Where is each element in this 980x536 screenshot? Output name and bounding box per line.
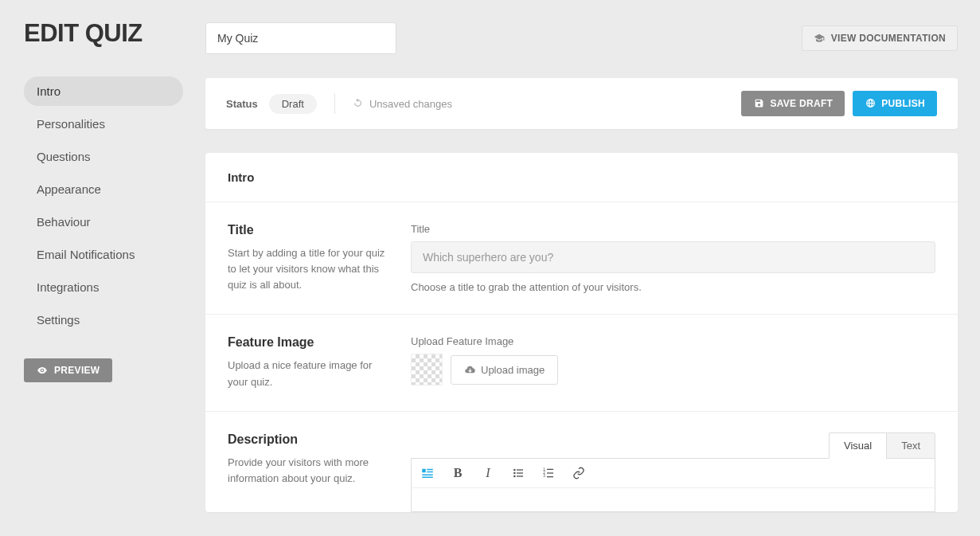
svg-rect-6 [517,469,523,470]
bold-icon[interactable]: B [450,465,466,481]
feature-image-desc: Upload a nice feature image for your qui… [228,358,387,389]
editor-toolbar: B I 123 [411,458,935,488]
svg-point-5 [513,468,516,471]
feature-image-heading: Feature Image [228,335,387,350]
svg-text:3: 3 [543,474,545,478]
editor-body[interactable] [411,488,935,512]
title-hint: Choose a title to grab the attention of … [411,281,935,293]
globe-icon [865,98,876,109]
sidebar-item-behaviour[interactable]: Behaviour [24,207,183,237]
sidebar-item-settings[interactable]: Settings [24,305,183,335]
title-desc: Start by adding a title for your quiz to… [228,245,387,293]
description-heading: Description [228,432,387,447]
image-placeholder [411,354,443,385]
svg-point-7 [513,471,516,474]
sidebar-item-appearance[interactable]: Appearance [24,174,183,204]
title-field-label: Title [411,223,935,235]
status-bar: Status Draft Unsaved changes [205,78,958,129]
sidebar-item-email-notifications[interactable]: Email Notifications [24,240,183,269]
section-title: Title Start by adding a title for your q… [205,202,958,315]
bullet-list-icon[interactable] [510,465,526,481]
svg-rect-1 [427,468,433,470]
svg-rect-12 [547,468,553,469]
section-description: Description Provide your visitors with m… [205,412,958,512]
svg-rect-2 [427,471,433,472]
status-label: Status [226,98,258,110]
link-icon[interactable] [571,465,587,481]
quiz-name-input[interactable] [205,22,396,54]
sidebar-nav: IntroPersonalitiesQuestionsAppearanceBeh… [24,76,183,335]
description-desc: Provide your visitors with more informat… [228,455,387,487]
page-title: EDIT QUIZ [24,19,183,48]
upload-image-button[interactable]: Upload image [451,355,558,385]
graduation-cap-icon [814,33,825,44]
sidebar-item-intro[interactable]: Intro [24,76,183,106]
unsaved-changes-text: Unsaved changes [369,98,452,110]
feature-image-field-label: Upload Feature Image [411,335,935,347]
sidebar-item-personalities[interactable]: Personalities [24,109,183,139]
save-draft-button[interactable]: SAVE DRAFT [741,91,845,116]
svg-rect-0 [422,468,426,472]
section-feature-image: Feature Image Upload a nice feature imag… [205,315,958,411]
svg-rect-8 [517,472,523,473]
paragraph-format-icon[interactable] [420,465,435,481]
sidebar-item-integrations[interactable]: Integrations [24,272,183,302]
svg-rect-16 [547,476,553,477]
refresh-icon [353,98,364,109]
publish-label: PUBLISH [881,98,925,109]
save-icon [753,98,764,109]
status-badge: Draft [269,94,317,114]
tab-visual[interactable]: Visual [829,432,886,459]
eye-icon [37,365,48,376]
italic-icon[interactable]: I [480,465,496,481]
panel-header: Intro [205,153,958,202]
svg-rect-10 [517,475,523,476]
upload-image-label: Upload image [481,364,545,376]
tab-text[interactable]: Text [886,432,935,459]
svg-rect-3 [422,474,433,475]
preview-label: PREVIEW [54,365,100,376]
publish-button[interactable]: PUBLISH [853,91,937,116]
view-docs-label: VIEW DOCUMENTATION [831,33,946,44]
title-heading: Title [228,223,387,237]
title-input[interactable] [411,241,935,273]
divider [334,93,335,114]
preview-button[interactable]: PREVIEW [24,358,112,382]
sidebar-item-questions[interactable]: Questions [24,142,183,171]
cloud-upload-icon [464,364,475,375]
numbered-list-icon[interactable]: 123 [541,465,556,481]
svg-rect-4 [422,476,433,478]
svg-rect-14 [547,472,553,473]
view-documentation-button[interactable]: VIEW DOCUMENTATION [802,25,958,51]
save-draft-label: SAVE DRAFT [770,98,833,109]
svg-point-9 [513,475,516,477]
